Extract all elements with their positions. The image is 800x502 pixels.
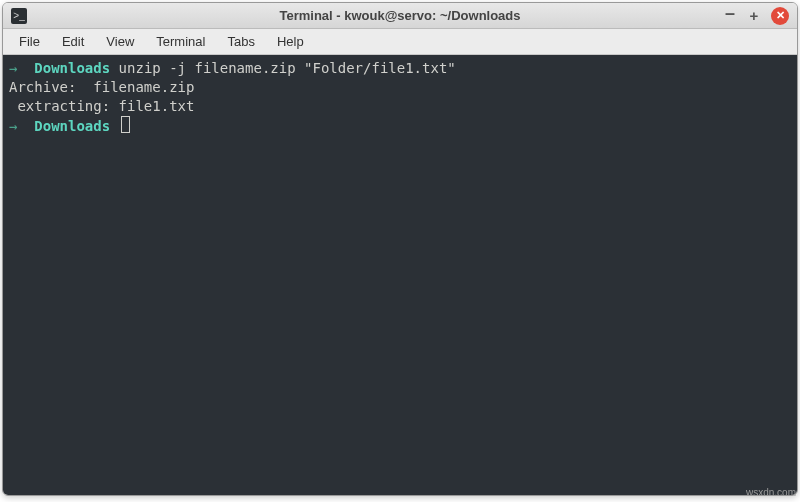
prompt-dir: Downloads bbox=[34, 118, 110, 134]
watermark-text: wsxdn.com bbox=[746, 487, 796, 498]
menubar: File Edit View Terminal Tabs Help bbox=[3, 29, 797, 55]
menu-terminal[interactable]: Terminal bbox=[146, 31, 215, 52]
output-line-1: Archive: filename.zip bbox=[9, 79, 194, 95]
terminal-app-icon: >_ bbox=[11, 8, 27, 24]
prompt-dir: Downloads bbox=[34, 60, 110, 76]
menu-edit[interactable]: Edit bbox=[52, 31, 94, 52]
minimize-button[interactable]: – bbox=[723, 6, 737, 20]
window-controls: – + ✕ bbox=[723, 7, 797, 25]
titlebar[interactable]: >_ Terminal - kwouk@servo: ~/Downloads –… bbox=[3, 3, 797, 29]
menu-tabs[interactable]: Tabs bbox=[217, 31, 264, 52]
terminal-body[interactable]: → Downloads unzip -j filename.zip "Folde… bbox=[3, 55, 797, 495]
prompt-arrow-icon: → bbox=[9, 60, 17, 76]
cursor-icon bbox=[121, 116, 130, 133]
menu-view[interactable]: View bbox=[96, 31, 144, 52]
terminal-window: >_ Terminal - kwouk@servo: ~/Downloads –… bbox=[2, 2, 798, 496]
maximize-button[interactable]: + bbox=[747, 9, 761, 23]
close-button[interactable]: ✕ bbox=[771, 7, 789, 25]
output-line-2: extracting: file1.txt bbox=[9, 98, 194, 114]
menu-file[interactable]: File bbox=[9, 31, 50, 52]
prompt-arrow-icon: → bbox=[9, 118, 17, 134]
command-line-1: unzip -j filename.zip "Folder/file1.txt" bbox=[119, 60, 456, 76]
menu-help[interactable]: Help bbox=[267, 31, 314, 52]
window-title: Terminal - kwouk@servo: ~/Downloads bbox=[3, 8, 797, 23]
